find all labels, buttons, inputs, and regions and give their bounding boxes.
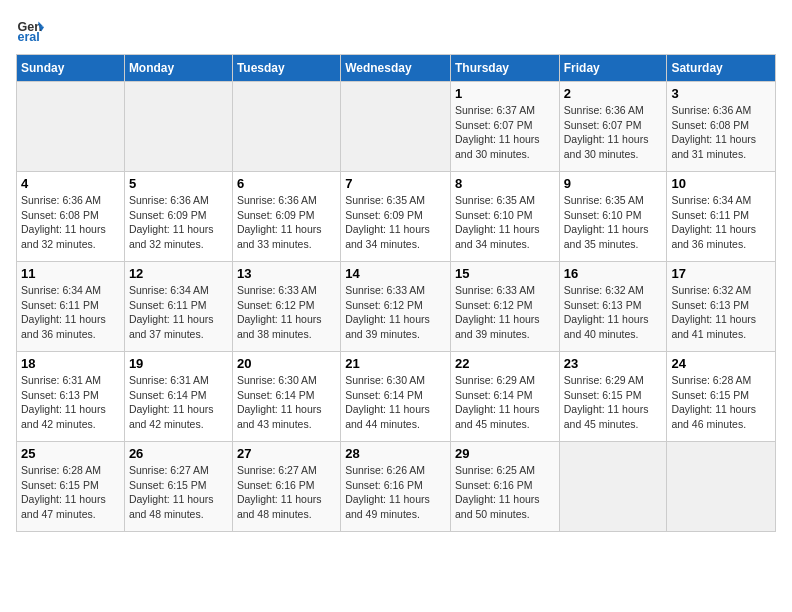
day-info: Sunrise: 6:36 AMSunset: 6:08 PMDaylight:… [21, 193, 120, 252]
header-saturday: Saturday [667, 55, 776, 82]
day-info: Sunrise: 6:35 AMSunset: 6:10 PMDaylight:… [564, 193, 663, 252]
day-number: 27 [237, 446, 336, 461]
calendar-cell: 17Sunrise: 6:32 AMSunset: 6:13 PMDayligh… [667, 262, 776, 352]
calendar-week-4: 18Sunrise: 6:31 AMSunset: 6:13 PMDayligh… [17, 352, 776, 442]
day-info: Sunrise: 6:36 AMSunset: 6:09 PMDaylight:… [129, 193, 228, 252]
day-info: Sunrise: 6:31 AMSunset: 6:14 PMDaylight:… [129, 373, 228, 432]
day-info: Sunrise: 6:29 AMSunset: 6:15 PMDaylight:… [564, 373, 663, 432]
day-info: Sunrise: 6:25 AMSunset: 6:16 PMDaylight:… [455, 463, 555, 522]
day-info: Sunrise: 6:34 AMSunset: 6:11 PMDaylight:… [129, 283, 228, 342]
day-number: 9 [564, 176, 663, 191]
logo: Gen eral [16, 16, 48, 44]
header-sunday: Sunday [17, 55, 125, 82]
header-friday: Friday [559, 55, 667, 82]
day-number: 22 [455, 356, 555, 371]
calendar-cell: 20Sunrise: 6:30 AMSunset: 6:14 PMDayligh… [232, 352, 340, 442]
calendar-cell: 1Sunrise: 6:37 AMSunset: 6:07 PMDaylight… [450, 82, 559, 172]
day-number: 6 [237, 176, 336, 191]
calendar-cell [17, 82, 125, 172]
day-number: 17 [671, 266, 771, 281]
day-number: 2 [564, 86, 663, 101]
calendar-week-2: 4Sunrise: 6:36 AMSunset: 6:08 PMDaylight… [17, 172, 776, 262]
calendar-cell: 23Sunrise: 6:29 AMSunset: 6:15 PMDayligh… [559, 352, 667, 442]
day-number: 10 [671, 176, 771, 191]
header-tuesday: Tuesday [232, 55, 340, 82]
day-number: 5 [129, 176, 228, 191]
day-info: Sunrise: 6:36 AMSunset: 6:07 PMDaylight:… [564, 103, 663, 162]
day-info: Sunrise: 6:35 AMSunset: 6:09 PMDaylight:… [345, 193, 446, 252]
calendar-cell: 24Sunrise: 6:28 AMSunset: 6:15 PMDayligh… [667, 352, 776, 442]
calendar-cell [667, 442, 776, 532]
day-number: 18 [21, 356, 120, 371]
calendar-cell: 11Sunrise: 6:34 AMSunset: 6:11 PMDayligh… [17, 262, 125, 352]
day-info: Sunrise: 6:33 AMSunset: 6:12 PMDaylight:… [455, 283, 555, 342]
day-info: Sunrise: 6:33 AMSunset: 6:12 PMDaylight:… [237, 283, 336, 342]
day-info: Sunrise: 6:37 AMSunset: 6:07 PMDaylight:… [455, 103, 555, 162]
calendar-cell [124, 82, 232, 172]
calendar-cell: 10Sunrise: 6:34 AMSunset: 6:11 PMDayligh… [667, 172, 776, 262]
svg-text:eral: eral [17, 30, 39, 44]
calendar-cell [232, 82, 340, 172]
calendar-cell: 26Sunrise: 6:27 AMSunset: 6:15 PMDayligh… [124, 442, 232, 532]
calendar-cell: 4Sunrise: 6:36 AMSunset: 6:08 PMDaylight… [17, 172, 125, 262]
day-number: 4 [21, 176, 120, 191]
day-info: Sunrise: 6:31 AMSunset: 6:13 PMDaylight:… [21, 373, 120, 432]
calendar-cell: 18Sunrise: 6:31 AMSunset: 6:13 PMDayligh… [17, 352, 125, 442]
day-number: 28 [345, 446, 446, 461]
calendar-cell: 22Sunrise: 6:29 AMSunset: 6:14 PMDayligh… [450, 352, 559, 442]
day-info: Sunrise: 6:27 AMSunset: 6:15 PMDaylight:… [129, 463, 228, 522]
day-info: Sunrise: 6:30 AMSunset: 6:14 PMDaylight:… [237, 373, 336, 432]
day-number: 13 [237, 266, 336, 281]
calendar-week-5: 25Sunrise: 6:28 AMSunset: 6:15 PMDayligh… [17, 442, 776, 532]
calendar-cell: 2Sunrise: 6:36 AMSunset: 6:07 PMDaylight… [559, 82, 667, 172]
day-info: Sunrise: 6:29 AMSunset: 6:14 PMDaylight:… [455, 373, 555, 432]
day-number: 19 [129, 356, 228, 371]
day-number: 29 [455, 446, 555, 461]
day-number: 24 [671, 356, 771, 371]
calendar-cell: 9Sunrise: 6:35 AMSunset: 6:10 PMDaylight… [559, 172, 667, 262]
calendar-week-1: 1Sunrise: 6:37 AMSunset: 6:07 PMDaylight… [17, 82, 776, 172]
page-header: Gen eral [16, 16, 776, 44]
calendar-week-3: 11Sunrise: 6:34 AMSunset: 6:11 PMDayligh… [17, 262, 776, 352]
weekday-header-row: Sunday Monday Tuesday Wednesday Thursday… [17, 55, 776, 82]
day-info: Sunrise: 6:33 AMSunset: 6:12 PMDaylight:… [345, 283, 446, 342]
day-info: Sunrise: 6:34 AMSunset: 6:11 PMDaylight:… [21, 283, 120, 342]
day-number: 12 [129, 266, 228, 281]
day-info: Sunrise: 6:36 AMSunset: 6:09 PMDaylight:… [237, 193, 336, 252]
day-number: 16 [564, 266, 663, 281]
day-info: Sunrise: 6:34 AMSunset: 6:11 PMDaylight:… [671, 193, 771, 252]
day-info: Sunrise: 6:32 AMSunset: 6:13 PMDaylight:… [671, 283, 771, 342]
calendar-cell: 16Sunrise: 6:32 AMSunset: 6:13 PMDayligh… [559, 262, 667, 352]
calendar-cell: 28Sunrise: 6:26 AMSunset: 6:16 PMDayligh… [341, 442, 451, 532]
day-info: Sunrise: 6:26 AMSunset: 6:16 PMDaylight:… [345, 463, 446, 522]
day-number: 20 [237, 356, 336, 371]
calendar-cell: 6Sunrise: 6:36 AMSunset: 6:09 PMDaylight… [232, 172, 340, 262]
day-info: Sunrise: 6:27 AMSunset: 6:16 PMDaylight:… [237, 463, 336, 522]
header-monday: Monday [124, 55, 232, 82]
day-number: 25 [21, 446, 120, 461]
calendar-cell [559, 442, 667, 532]
day-number: 11 [21, 266, 120, 281]
calendar-table: Sunday Monday Tuesday Wednesday Thursday… [16, 54, 776, 532]
day-number: 21 [345, 356, 446, 371]
calendar-cell: 21Sunrise: 6:30 AMSunset: 6:14 PMDayligh… [341, 352, 451, 442]
day-number: 26 [129, 446, 228, 461]
calendar-cell: 13Sunrise: 6:33 AMSunset: 6:12 PMDayligh… [232, 262, 340, 352]
calendar-cell: 7Sunrise: 6:35 AMSunset: 6:09 PMDaylight… [341, 172, 451, 262]
calendar-cell: 12Sunrise: 6:34 AMSunset: 6:11 PMDayligh… [124, 262, 232, 352]
day-info: Sunrise: 6:32 AMSunset: 6:13 PMDaylight:… [564, 283, 663, 342]
header-thursday: Thursday [450, 55, 559, 82]
day-number: 8 [455, 176, 555, 191]
day-number: 15 [455, 266, 555, 281]
calendar-cell: 14Sunrise: 6:33 AMSunset: 6:12 PMDayligh… [341, 262, 451, 352]
day-info: Sunrise: 6:30 AMSunset: 6:14 PMDaylight:… [345, 373, 446, 432]
calendar-cell: 8Sunrise: 6:35 AMSunset: 6:10 PMDaylight… [450, 172, 559, 262]
day-number: 23 [564, 356, 663, 371]
calendar-cell: 19Sunrise: 6:31 AMSunset: 6:14 PMDayligh… [124, 352, 232, 442]
calendar-cell: 29Sunrise: 6:25 AMSunset: 6:16 PMDayligh… [450, 442, 559, 532]
calendar-cell: 25Sunrise: 6:28 AMSunset: 6:15 PMDayligh… [17, 442, 125, 532]
calendar-cell: 3Sunrise: 6:36 AMSunset: 6:08 PMDaylight… [667, 82, 776, 172]
calendar-cell: 5Sunrise: 6:36 AMSunset: 6:09 PMDaylight… [124, 172, 232, 262]
calendar-cell: 27Sunrise: 6:27 AMSunset: 6:16 PMDayligh… [232, 442, 340, 532]
day-number: 14 [345, 266, 446, 281]
